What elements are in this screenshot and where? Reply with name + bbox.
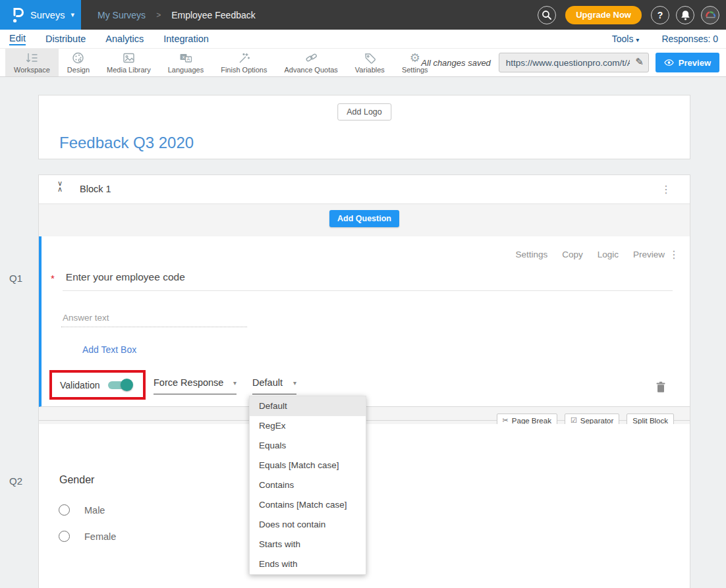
account-avatar[interactable]	[701, 6, 719, 24]
toolbar-item-design[interactable]: Design	[59, 49, 98, 76]
radio-option-female[interactable]: Female	[59, 531, 116, 542]
notifications-button[interactable]	[676, 6, 694, 24]
tab-integration[interactable]: Integration	[163, 34, 209, 44]
answer-text-placeholder[interactable]: Answer text	[63, 313, 109, 323]
delete-question-button[interactable]	[656, 381, 666, 393]
question-1-number: Q1	[9, 273, 22, 284]
toolbar-item-finish-options[interactable]: Finish Options	[212, 49, 275, 76]
add-question-button[interactable]: Add Question	[329, 210, 399, 227]
nav-right-group: Tools ▾ Responses: 0	[612, 30, 718, 48]
menu-item-starts-with[interactable]: Starts with	[250, 535, 366, 554]
radio-option-male[interactable]: Male	[59, 504, 105, 516]
survey-url-input[interactable]	[499, 53, 649, 72]
add-question-row: Add Question	[39, 205, 690, 232]
toolbar-item-advance-quotas[interactable]: Advance Quotas	[275, 49, 346, 76]
menu-item-does-not-contain[interactable]: Does not contain	[250, 515, 366, 535]
question-text-underline	[63, 290, 673, 291]
tag-icon	[363, 51, 377, 65]
tab-analytics[interactable]: Analytics	[105, 34, 144, 44]
product-menu[interactable]: Surveys ▾	[0, 0, 81, 30]
question-preview-link[interactable]: Preview	[633, 250, 665, 259]
toolbar-item-workspace[interactable]: Workspace	[5, 49, 59, 76]
menu-item-equals-match-case[interactable]: Equals [Match case]	[250, 456, 366, 475]
menu-item-default[interactable]: Default	[250, 396, 366, 416]
question-1-actions: Settings Copy Logic Preview ⋮	[515, 250, 665, 259]
section-nav: Edit Distribute Analytics Integration To…	[0, 30, 726, 48]
validation-label: Validation	[60, 380, 99, 390]
question-menu-kebab-icon[interactable]: ⋮	[669, 248, 679, 261]
responses-count[interactable]: Responses: 0	[661, 34, 718, 44]
chain-icon	[304, 51, 318, 65]
trash-icon	[656, 381, 666, 393]
question-logic-link[interactable]: Logic	[598, 250, 619, 259]
image-icon	[122, 51, 136, 65]
survey-header-card: Add Logo Feedback Q3 2020	[38, 95, 690, 159]
question-1-text[interactable]: Enter your employee code	[66, 271, 185, 284]
editor-toolbar: Workspace Design Media Library xA Langua…	[0, 48, 726, 77]
survey-url-wrap: ✎	[499, 53, 649, 72]
toolbar-right-group: All changes saved ✎ Preview	[421, 49, 719, 76]
upgrade-now-button[interactable]: Upgrade Now	[565, 6, 642, 24]
questionpro-logo-icon	[11, 7, 24, 24]
help-button[interactable]: ?	[651, 6, 669, 24]
menu-item-contains[interactable]: Contains	[250, 475, 366, 495]
tab-edit[interactable]: Edit	[9, 33, 26, 45]
menu-item-equals[interactable]: Equals	[250, 436, 366, 456]
radio-button-icon[interactable]	[59, 504, 70, 516]
search-button[interactable]	[538, 6, 556, 24]
toolbar-items: Workspace Design Media Library xA Langua…	[5, 49, 437, 76]
preview-button[interactable]: Preview	[656, 53, 719, 72]
header-actions: Upgrade Now ?	[538, 0, 719, 30]
translate-icon: xA	[179, 51, 193, 65]
tools-menu[interactable]: Tools ▾	[612, 34, 640, 44]
toolbar-item-media-library[interactable]: Media Library	[98, 49, 159, 76]
collapse-block-icon[interactable]: ∨ ∧	[55, 180, 65, 192]
search-icon	[542, 10, 552, 20]
add-logo-button[interactable]: Add Logo	[337, 103, 391, 120]
question-copy-link[interactable]: Copy	[562, 250, 583, 259]
menu-item-ends-with[interactable]: Ends with	[250, 554, 366, 574]
bell-icon	[681, 10, 690, 20]
edit-url-pencil-icon[interactable]: ✎	[635, 56, 644, 68]
required-asterisk-icon: *	[51, 271, 55, 284]
chevron-down-icon: ▾	[233, 379, 237, 387]
breadcrumb-separator-icon: >	[156, 11, 161, 20]
svg-text:x: x	[182, 55, 184, 60]
validation-type-dropdown[interactable]: Default ▾	[252, 377, 296, 394]
menu-item-regex[interactable]: RegEx	[250, 416, 366, 436]
palette-icon	[71, 51, 85, 65]
svg-text:A: A	[187, 57, 190, 62]
force-response-dropdown[interactable]: Force Response ▾	[154, 377, 237, 394]
block-menu-kebab-icon[interactable]: ⋮	[661, 183, 671, 196]
product-menu-label: Surveys	[30, 10, 65, 20]
workspace-icon	[25, 51, 39, 65]
save-status: All changes saved	[421, 58, 491, 68]
gear-icon: ⚙	[410, 51, 420, 65]
validation-type-menu: Default RegEx Equals Equals [Match case]…	[249, 396, 366, 575]
chevron-down-icon: ▾	[293, 379, 296, 387]
toolbar-item-languages[interactable]: xA Languages	[159, 49, 212, 76]
block-title[interactable]: Block 1	[80, 184, 111, 194]
chevron-down-icon: ▾	[636, 36, 639, 43]
block-header: ∨ ∧ Block 1 ⋮	[39, 175, 690, 204]
question-1-card: Settings Copy Logic Preview ⋮ * Enter yo…	[39, 236, 690, 407]
radio-button-icon[interactable]	[59, 531, 70, 542]
question-2-text[interactable]: Gender	[59, 474, 94, 486]
validation-highlight-box: Validation	[49, 370, 146, 400]
menu-item-contains-match-case[interactable]: Contains [Match case]	[250, 495, 366, 515]
survey-editor-app: Surveys ▾ My Surveys > Employee Feedback…	[0, 0, 726, 588]
validation-toggle[interactable]	[107, 379, 133, 392]
add-text-box-link[interactable]: Add Text Box	[82, 344, 136, 355]
breadcrumb-my-surveys[interactable]: My Surveys	[98, 10, 146, 20]
question-2-number: Q2	[9, 475, 22, 487]
section-tabs: Edit Distribute Analytics Integration	[9, 30, 209, 48]
wand-icon	[237, 51, 251, 65]
question-mark-icon: ?	[657, 10, 663, 20]
tab-distribute[interactable]: Distribute	[45, 34, 86, 44]
question-settings-link[interactable]: Settings	[515, 250, 547, 259]
answer-input-line[interactable]	[61, 327, 247, 327]
account-gauge-icon	[702, 7, 719, 23]
survey-title[interactable]: Feedback Q3 2020	[59, 134, 194, 152]
toolbar-item-variables[interactable]: Variables	[347, 49, 393, 76]
eye-icon	[664, 59, 674, 66]
